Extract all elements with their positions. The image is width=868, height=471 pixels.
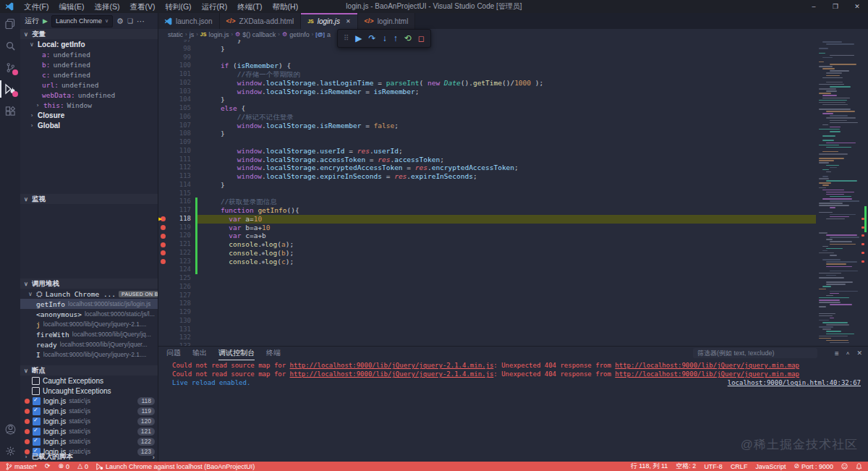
gutter[interactable]: 127	[158, 292, 195, 300]
gutter[interactable]: 119	[158, 224, 195, 232]
exception-breakpoint-row[interactable]: Caught Exceptions	[20, 375, 158, 386]
loaded-scripts-row[interactable]: › 已载入的脚本 ›	[20, 451, 158, 462]
step-over-icon[interactable]: ↷	[369, 34, 376, 43]
gutter[interactable]: 97	[158, 40, 195, 45]
gutter[interactable]: 110	[158, 147, 195, 156]
gutter[interactable]: 125	[158, 274, 195, 283]
breakpoints-header[interactable]: ∨断点	[20, 365, 158, 375]
menu-F[interactable]: 文件(F)	[19, 0, 54, 13]
gutter[interactable]: 114	[158, 181, 195, 190]
gutter[interactable]: 122	[158, 249, 195, 258]
gutter[interactable]: 112	[158, 164, 195, 172]
console-link[interactable]: http://localhost:9000/lib/jQuery/jquery.…	[615, 370, 799, 378]
breakpoint-row[interactable]: login.jsstatic\js118	[20, 396, 158, 406]
gutter[interactable]: 99	[158, 54, 195, 62]
console-link[interactable]: http://localhost:9000/lib/jQuery/jquery-…	[290, 370, 494, 378]
close-button[interactable]: ✕	[846, 0, 868, 13]
checkbox-checked[interactable]	[33, 438, 41, 446]
gutter[interactable]: 108	[158, 130, 195, 138]
status-branch[interactable]: master*	[6, 463, 37, 470]
restore-button[interactable]: ❐	[825, 0, 846, 13]
status-bell[interactable]	[856, 463, 862, 470]
variable-row[interactable]: webData:undefined	[20, 90, 158, 100]
scroll-right-icon[interactable]: ›	[153, 453, 155, 461]
call-stack-header[interactable]: ∨调用堆栈	[20, 279, 158, 289]
variable-row[interactable]: url:undefined	[20, 80, 158, 90]
breadcrumb-item[interactable]: js	[190, 31, 195, 38]
stack-frame-row[interactable]: jlocalhost:9000/lib/jQuery/jquery-2.1...…	[20, 319, 158, 329]
checkbox-checked[interactable]	[33, 397, 41, 405]
breadcrumb-item[interactable]: $() callback	[242, 31, 276, 38]
gutter[interactable]: 111	[158, 156, 195, 164]
breakpoint-row[interactable]: login.jsstatic\js122	[20, 436, 158, 446]
breadcrumb-item[interactable]: login.js	[208, 31, 229, 38]
gutter[interactable]: 104	[158, 96, 195, 104]
status-JavaScript[interactable]: JavaScript	[755, 463, 786, 470]
gutter[interactable]: 132	[158, 334, 195, 342]
gutter[interactable]: 107	[158, 122, 195, 130]
gutter[interactable]: 129	[158, 308, 195, 317]
settings-gear-icon[interactable]: ⚙	[116, 17, 124, 26]
gutter[interactable]: 128	[158, 300, 195, 308]
gutter[interactable]: 117	[158, 206, 195, 215]
watch-header[interactable]: ∨监视	[20, 194, 158, 204]
gutter[interactable]: 123	[158, 258, 195, 266]
checkbox-checked[interactable]	[33, 417, 41, 425]
gutter[interactable]: 124	[158, 266, 195, 274]
console-link[interactable]: http://localhost:9000/lib/jQuery/jquery-…	[290, 361, 494, 370]
breakpoint-dot-icon[interactable]	[161, 234, 166, 239]
menu-H[interactable]: 帮助(H)	[268, 0, 304, 13]
gutter[interactable]: 130	[158, 317, 195, 326]
explorer-icon[interactable]	[0, 13, 20, 35]
tab-ZXData-add.html[interactable]: </>ZXData-add.html	[220, 13, 302, 29]
start-debug-icon[interactable]: ▶	[43, 17, 48, 25]
console-link[interactable]: http://localhost:9000/lib/jQuery/jquery.…	[615, 361, 799, 370]
account-icon[interactable]	[0, 418, 20, 440]
gutter[interactable]: 115	[158, 190, 195, 198]
breadcrumb[interactable]: static›js›JSlogin.js›⚙$() callback›⚙getI…	[158, 29, 868, 40]
gutter[interactable]: 113	[158, 172, 195, 181]
tab-launch.json[interactable]: launch.json	[158, 13, 220, 29]
panel-tab-输出[interactable]: 输出	[192, 347, 207, 360]
stack-frame-row[interactable]: fireWithlocalhost:9000/lib/jQuery/jq...	[20, 329, 158, 339]
panel-tab-调试控制台[interactable]: 调试控制台	[218, 347, 255, 360]
source-control-icon[interactable]	[0, 56, 20, 78]
status-sync[interactable]: ⟳	[45, 463, 51, 470]
breadcrumb-item[interactable]: getInfo	[289, 31, 310, 38]
gutter[interactable]: 102	[158, 79, 195, 88]
gutter[interactable]: 101	[158, 70, 195, 79]
status-error[interactable]: ⊗0	[59, 463, 70, 470]
gutter[interactable]: 106	[158, 113, 195, 122]
source-location-link[interactable]: localhost:9000/login.html:40:32:67	[728, 378, 861, 387]
stop-icon[interactable]: ◻	[418, 35, 425, 43]
checkbox-checked[interactable]	[33, 428, 41, 436]
breakpoint-dot-icon[interactable]	[161, 225, 166, 230]
gutter[interactable]: 120	[158, 232, 195, 240]
breakpoint-dot-icon[interactable]	[161, 259, 166, 264]
menu-R[interactable]: 运行(R)	[197, 0, 233, 13]
scope-row[interactable]: ∨Local: getInfo	[20, 39, 158, 49]
scope-row-collapsed[interactable]: ›Closure	[20, 110, 158, 120]
variable-row[interactable]: c:undefined	[20, 69, 158, 80]
stack-frame-row[interactable]: getInfolocalhost:9000/static/js/login.js	[20, 299, 158, 309]
stack-frame-row[interactable]: Ilocalhost:9000/lib/jQuery/jquery-2.1...…	[20, 349, 158, 360]
debug-console-icon[interactable]: ❏	[127, 17, 133, 25]
gutter[interactable]: 98	[158, 45, 195, 54]
variable-row[interactable]: a:undefined	[20, 49, 158, 59]
tab-login.js[interactable]: JSlogin.js✕	[301, 13, 357, 29]
breadcrumb-item[interactable]: a	[327, 31, 331, 38]
close-panel-icon[interactable]: ✕	[856, 349, 862, 357]
stack-frame-row[interactable]: <anonymous>localhost:9000/static/js/l...	[20, 309, 158, 319]
status-block[interactable]: ⊘Port : 9000	[793, 463, 833, 470]
clear-console-icon[interactable]: ≡	[835, 349, 839, 357]
variable-row[interactable]: ›this:Window	[20, 100, 158, 110]
status-空格: 2[interactable]: 空格: 2	[676, 462, 696, 471]
breakpoint-row[interactable]: login.jsstatic\js120	[20, 416, 158, 426]
breakpoint-dot-icon[interactable]	[161, 242, 166, 247]
gutter[interactable]: 103	[158, 88, 195, 96]
more-actions-icon[interactable]: ⋯	[137, 17, 145, 26]
gutter[interactable]: 100	[158, 61, 195, 70]
menu-S[interactable]: 选择(S)	[89, 0, 124, 13]
gutter[interactable]: 116	[158, 198, 195, 206]
variables-header[interactable]: ∨变量	[20, 29, 158, 39]
